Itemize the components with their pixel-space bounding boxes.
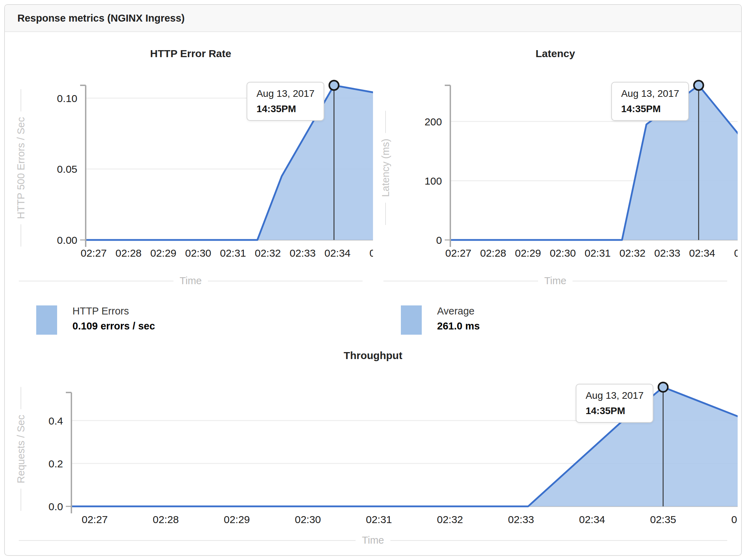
x-tick-label: 02:31 (584, 247, 611, 259)
hover-marker-icon[interactable] (659, 382, 668, 392)
x-tick-label: 02:33 (508, 514, 534, 525)
x-tick-label: 0 (734, 247, 738, 259)
x-tick-label: 02:34 (579, 514, 605, 525)
x-tick-label: 02:33 (289, 247, 316, 259)
tooltip-date: Aug 13, 2017 (256, 88, 314, 99)
legend-label: Average (437, 305, 480, 317)
axis-rule (573, 281, 727, 281)
x-tick-label: 02:28 (153, 514, 179, 525)
axis-rule (385, 111, 386, 133)
x-tick-label: 02:27 (445, 247, 471, 259)
x-tick-label: 02:28 (115, 247, 141, 259)
legend-average-latency: Average 261.0 ms (373, 305, 738, 335)
tooltip-date: Aug 13, 2017 (621, 88, 679, 99)
axis-rule (21, 224, 21, 247)
y-tick-label: 0.4 (48, 415, 63, 427)
response-metrics-panel: Response metrics (NGINX Ingress) HTTP Er… (4, 4, 742, 556)
x-tick-label: 0 (731, 514, 737, 525)
hover-tooltip: Aug 13, 2017 14:35PM (247, 82, 324, 121)
y-tick-label: 0.0 (48, 501, 63, 512)
y-tick-label: 0.2 (48, 458, 63, 469)
legend-text: HTTP Errors 0.109 errors / sec (72, 305, 155, 332)
y-axis-title-rail: HTTP 500 Errors / Sec (13, 70, 29, 265)
x-tick-label: 02:35 (650, 514, 676, 525)
x-tick-label: 02:31 (366, 514, 392, 525)
series-area (86, 85, 373, 240)
x-axis-title-row: Time (19, 535, 727, 546)
page: Response metrics (NGINX Ingress) HTTP Er… (0, 0, 746, 560)
chart-title: Throughput (8, 349, 738, 363)
axis-rule (383, 281, 538, 281)
x-tick-label: 02:30 (550, 247, 576, 259)
y-tick-label: 200 (425, 116, 442, 127)
y-tick-label: 0.00 (57, 234, 77, 246)
x-tick-label: 02:28 (480, 247, 506, 259)
x-tick-label: 02:34 (324, 247, 350, 259)
x-tick-label: 02:32 (255, 247, 281, 259)
y-axis-title: HTTP 500 Errors / Sec (15, 117, 27, 219)
x-axis-title: Time (180, 275, 202, 287)
latency-chart-card: Latency 010020002:2702:2802:2902:3002:31… (373, 46, 738, 287)
legend-text: Average 261.0 ms (437, 305, 480, 332)
tooltip-date: Aug 13, 2017 (585, 390, 644, 401)
axis-rule (390, 540, 727, 541)
panel-header: Response metrics (NGINX Ingress) (5, 5, 741, 32)
x-tick-label: 02:31 (220, 247, 246, 259)
axis-rule (21, 489, 21, 511)
x-tick-label: 02:27 (80, 247, 107, 259)
y-tick-label: 0 (436, 234, 442, 246)
panel-title: Response metrics (NGINX Ingress) (17, 13, 185, 24)
y-axis-title: Requests / Sec (15, 415, 27, 483)
legend-label: HTTP Errors (72, 305, 155, 317)
y-tick-label: 0.10 (57, 93, 77, 104)
y-axis-title: Latency (ms) (380, 139, 391, 197)
x-tick-label: 02:29 (224, 514, 250, 525)
throughput-plot: 0.00.20.402:2702:2802:2902:3002:3102:320… (8, 369, 738, 529)
legend-http-errors: HTTP Errors 0.109 errors / sec (8, 305, 373, 335)
hover-marker-icon[interactable] (694, 81, 704, 90)
y-axis-title-rail: Requests / Sec (13, 369, 29, 529)
x-tick-label: 02:30 (185, 247, 211, 259)
legend-value: 0.109 errors / sec (72, 320, 155, 332)
x-tick-label: 02:27 (81, 514, 108, 525)
hover-tooltip: Aug 13, 2017 14:35PM (576, 384, 653, 423)
x-axis-title-row: Time (383, 275, 727, 287)
x-tick-label: 02:33 (654, 247, 680, 259)
y-tick-label: 0.05 (57, 163, 77, 175)
http-error-rate-plot: 0.000.050.1002:2702:2802:2902:3002:3102:… (8, 70, 373, 265)
x-tick-label: 02:32 (437, 514, 463, 525)
legend-value: 261.0 ms (437, 320, 480, 332)
tooltip-time: 14:35PM (256, 103, 314, 115)
throughput-chart-card: Throughput 0.00.20.402:2702:2802:2902:30… (8, 349, 738, 546)
chart-title: HTTP Error Rate (8, 46, 373, 61)
axis-rule (385, 203, 386, 225)
x-axis-title: Time (544, 275, 566, 287)
http-error-rate-chart-card: HTTP Error Rate 0.000.050.1002:2702:2802… (8, 46, 373, 287)
x-axis-title: Time (362, 535, 384, 546)
x-axis-title-row: Time (19, 275, 363, 287)
series-area (450, 85, 738, 240)
legend-swatch-icon (401, 305, 422, 335)
axis-rule (208, 281, 363, 281)
axis-rule (19, 281, 173, 281)
x-tick-label: 02:29 (150, 247, 176, 259)
x-tick-label: 02:32 (619, 247, 645, 259)
x-tick-label: 02:29 (515, 247, 541, 259)
top-charts-row: HTTP Error Rate 0.000.050.1002:2702:2802… (8, 46, 738, 287)
latency-plot: 010020002:2702:2802:2902:3002:3102:3202:… (373, 70, 738, 265)
hover-tooltip: Aug 13, 2017 14:35PM (611, 82, 689, 121)
panel-content: HTTP Error Rate 0.000.050.1002:2702:2802… (5, 32, 741, 546)
axis-rule (19, 540, 356, 541)
x-tick-label: 02:34 (689, 247, 715, 259)
axis-rule (21, 387, 21, 409)
x-tick-label: 02:30 (295, 514, 321, 525)
tooltip-time: 14:35PM (621, 103, 679, 115)
y-axis-title-rail: Latency (ms) (378, 70, 393, 265)
legends-row: HTTP Errors 0.109 errors / sec Average 2… (8, 305, 738, 335)
x-tick-label: 0 (370, 247, 373, 259)
chart-title: Latency (373, 46, 738, 61)
axis-rule (21, 89, 21, 111)
legend-swatch-icon (36, 305, 57, 335)
hover-marker-icon[interactable] (329, 81, 339, 90)
y-tick-label: 100 (425, 175, 442, 187)
